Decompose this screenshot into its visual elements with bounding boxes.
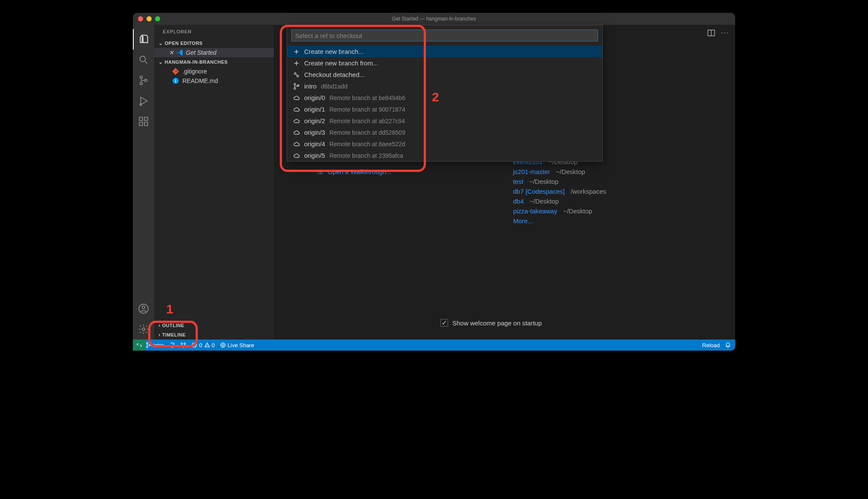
quickpick-item[interactable]: Create new branch...	[287, 46, 602, 57]
svg-rect-5	[139, 117, 143, 121]
show-welcome-label: Show welcome page on startup	[452, 319, 542, 327]
warnings-count: 0	[212, 342, 215, 348]
branch-icon	[146, 342, 152, 348]
svg-text:i: i	[175, 78, 176, 83]
svg-point-26	[294, 88, 296, 89]
recent-item[interactable]: db7 [Codespaces]/workspaces	[513, 186, 606, 196]
source-control-icon[interactable]	[133, 70, 154, 91]
status-bar: intro 0 0 Live Share Reload	[133, 340, 735, 351]
quickpick-item[interactable]: origin/0Remote branch at be8494b6	[287, 92, 602, 103]
problems-status[interactable]: 0 0	[191, 342, 214, 348]
quickpick-item-detail: Remote branch at be8494b6	[329, 94, 405, 101]
svg-point-10	[142, 306, 145, 309]
timeline-section[interactable]: › TIMELINE	[154, 330, 274, 340]
run-debug-icon[interactable]	[133, 91, 154, 111]
recent-item[interactable]: db4~/Desktop	[513, 196, 606, 206]
outline-section[interactable]: › OUTLINE	[154, 321, 274, 330]
project-section[interactable]: ⌄ HANGMAN-IN-BRANCHES	[154, 57, 274, 67]
quickpick-item[interactable]: introd6bd1add	[287, 80, 602, 92]
ref-search-input[interactable]	[291, 30, 598, 41]
chevron-down-icon: ⌄	[158, 40, 163, 46]
open-editors-label: OPEN EDITORS	[165, 41, 203, 46]
svg-point-2	[140, 83, 142, 85]
recent-item[interactable]: js201-master~/Desktop	[513, 167, 606, 177]
accounts-icon[interactable]	[133, 298, 154, 319]
svg-point-24	[297, 75, 299, 77]
liveshare-button[interactable]: Live Share	[220, 342, 254, 348]
quickpick-item[interactable]: origin/4Remote branch at 8aee522d	[287, 138, 602, 150]
cloud-icon	[293, 152, 300, 159]
reload-label: Reload	[702, 342, 720, 348]
git-graph-button[interactable]	[180, 342, 186, 348]
explorer-sidebar: EXPLORER ⌄ OPEN EDITORS ✕ Get Started ⌄ …	[154, 25, 274, 340]
quickpick-item[interactable]: Checkout detached...	[287, 69, 602, 80]
reload-button[interactable]: Reload	[702, 342, 720, 348]
checkbox-icon[interactable]: ✓	[440, 319, 448, 327]
show-welcome-checkbox[interactable]: ✓ Show welcome page on startup	[440, 319, 542, 327]
close-icon[interactable]: ✕	[169, 49, 174, 56]
bell-icon	[725, 342, 731, 348]
svg-point-3	[145, 79, 147, 81]
list-icon	[317, 168, 323, 175]
quickpick-item-label: Create new branch from...	[304, 59, 378, 67]
quickpick-item-detail: Remote branch at ab227c94	[329, 118, 405, 124]
recent-item[interactable]: pizza-takeaway~/Desktop	[513, 206, 606, 216]
branch-name: intro	[153, 342, 164, 348]
svg-rect-7	[144, 122, 148, 126]
svg-point-1	[140, 76, 142, 78]
open-editor-item[interactable]: ✕ Get Started	[154, 48, 274, 57]
branch-status[interactable]: intro	[146, 342, 164, 348]
quickpick-item-label: origin/4	[304, 140, 325, 148]
search-icon[interactable]	[133, 50, 154, 70]
notifications-button[interactable]	[725, 342, 731, 348]
settings-gear-icon[interactable]	[133, 319, 154, 340]
quickpick-item[interactable]: origin/5Remote branch at 2395afca	[287, 150, 602, 161]
quickpick-item[interactable]: Create new branch from...	[287, 57, 602, 69]
extensions-icon[interactable]	[133, 111, 154, 132]
file-item[interactable]: i README.md	[154, 76, 274, 86]
title-bar: Get Started — hangman-in-branches	[133, 13, 735, 25]
error-icon	[191, 342, 197, 348]
quickpick-item-label: origin/3	[304, 129, 325, 136]
quickpick-item[interactable]: origin/1Remote branch at 90071874	[287, 103, 602, 115]
svg-point-19	[184, 343, 186, 345]
close-window-button[interactable]	[138, 16, 143, 21]
open-editors-section[interactable]: ⌄ OPEN EDITORS	[154, 38, 274, 48]
explorer-icon[interactable]	[133, 29, 154, 50]
svg-point-16	[147, 346, 148, 348]
sync-icon	[169, 342, 175, 348]
liveshare-icon	[220, 342, 226, 348]
svg-rect-6	[139, 122, 143, 126]
open-walkthrough-link[interactable]: Open a Walkthrough...	[317, 168, 392, 175]
cloud-icon	[293, 129, 300, 136]
cloud-icon	[293, 106, 300, 113]
branch-icon	[293, 83, 300, 90]
svg-point-0	[140, 56, 145, 62]
minimize-window-button[interactable]	[147, 16, 152, 21]
quickpick-item-detail: Remote branch at 90071874	[329, 106, 405, 113]
project-label: HANGMAN-IN-BRANCHES	[165, 59, 228, 65]
activity-bar	[133, 25, 154, 340]
cloud-icon	[293, 141, 300, 148]
vscode-icon	[176, 49, 183, 56]
recent-more-link[interactable]: More...	[513, 216, 606, 226]
recent-item[interactable]: test~/Desktop	[513, 177, 606, 186]
sync-button[interactable]	[169, 342, 175, 348]
split-editor-icon[interactable]	[707, 29, 715, 37]
quickpick-item[interactable]: origin/3Remote branch at dd528509	[287, 127, 602, 138]
file-item[interactable]: .gitignore	[154, 67, 274, 76]
chevron-right-icon: ›	[158, 332, 161, 338]
svg-rect-8	[144, 117, 148, 121]
remote-button[interactable]	[133, 340, 146, 351]
file-name: README.md	[182, 77, 218, 84]
svg-point-17	[150, 344, 151, 346]
chevron-down-icon: ⌄	[158, 59, 163, 65]
outline-label: OUTLINE	[162, 323, 185, 328]
maximize-window-button[interactable]	[155, 16, 160, 21]
svg-point-15	[147, 343, 148, 344]
svg-point-23	[294, 73, 296, 74]
quickpick-item-detail: Remote branch at 8aee522d	[329, 141, 405, 148]
quickpick-item[interactable]: origin/2Remote branch at ab227c94	[287, 115, 602, 127]
more-actions-icon[interactable]: ···	[721, 29, 729, 37]
quickpick-item-label: origin/1	[304, 106, 325, 113]
